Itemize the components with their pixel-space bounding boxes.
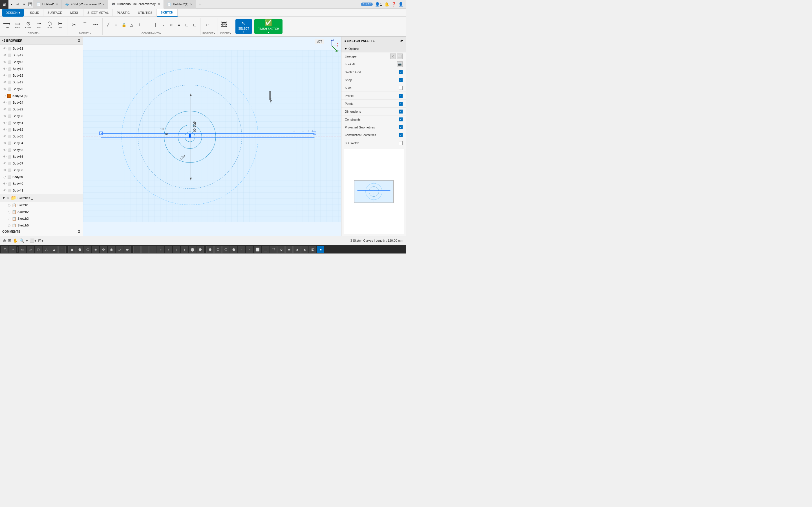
hand-tool-icon[interactable]: ✋: [13, 238, 18, 243]
bt-icon-2[interactable]: ▭: [19, 246, 26, 253]
sketch-item-1[interactable]: ◌ 📋 Sketch1: [0, 202, 83, 209]
browser-item-body29[interactable]: 👁 ⬜ Body29: [0, 106, 83, 113]
visibility-icon[interactable]: ◌: [8, 210, 11, 214]
sp-checkbox-constraints[interactable]: ✓: [399, 117, 403, 121]
browser-item-body37[interactable]: 👁 ⬜ Body37: [0, 160, 83, 167]
visibility-icon[interactable]: 👁: [3, 80, 6, 84]
bt-icon-29[interactable]: ⬞: [238, 246, 245, 253]
sp-linetype-icon1[interactable]: ◁: [390, 54, 396, 59]
bt-icon-21[interactable]: ⬦: [173, 246, 180, 253]
tool-perpendicular[interactable]: ⊥: [136, 21, 143, 29]
browser-item-body19[interactable]: 👁 ⬜ Body19: [0, 79, 83, 86]
bt-icon-14[interactable]: ⬭: [116, 246, 123, 253]
browser-item-body20[interactable]: 👁 ⬜ Body20: [0, 86, 83, 93]
visibility-icon[interactable]: 👁: [3, 74, 6, 77]
tool-curvature[interactable]: ⊂: [167, 21, 175, 29]
bt-icon-6[interactable]: ▲: [50, 246, 58, 253]
bt-icon-38[interactable]: ⬕: [309, 246, 316, 253]
bt-icon-37[interactable]: ⬖: [301, 246, 308, 253]
tool-rectangle[interactable]: ▭Rect: [12, 18, 22, 31]
sp-checkbox-snap[interactable]: ✓: [399, 78, 403, 82]
tool-coincident[interactable]: ╱: [104, 21, 112, 29]
visibility-icon[interactable]: 👁: [3, 142, 6, 145]
bt-icon-25[interactable]: ⬢: [206, 246, 214, 253]
visibility-icon[interactable]: 👁: [3, 60, 6, 64]
browser-item-body40[interactable]: 👁 ⬜ Body40: [0, 180, 83, 187]
browser-item-body38[interactable]: 👁 ⬜ Body38: [0, 167, 83, 173]
bt-icon-18[interactable]: ⬩: [149, 246, 156, 253]
bt-icon-4[interactable]: ⬡: [35, 246, 42, 253]
sketch-item-3[interactable]: ◌ 📋 Sketch3: [0, 215, 83, 222]
tool-vertical[interactable]: |: [152, 21, 159, 29]
bt-icon-16[interactable]: ⬫: [133, 246, 141, 253]
tab-sketch[interactable]: SKETCH: [157, 9, 177, 17]
visibility-partial-icon[interactable]: ◌: [3, 94, 6, 98]
app-menu-icon[interactable]: ⊞: [0, 0, 8, 9]
browser-item-body35[interactable]: 👁 ⬜ Body35: [0, 147, 83, 153]
browser-expand-icon[interactable]: ⊡: [78, 39, 81, 43]
sp-checkbox-projected-geom[interactable]: ✓: [399, 125, 403, 129]
bt-icon-0[interactable]: ◱: [1, 246, 8, 253]
bt-icon-33[interactable]: ⬚: [269, 246, 277, 253]
sp-collapse-icon[interactable]: ●: [344, 39, 346, 43]
sp-expand-icon[interactable]: ≫: [400, 39, 403, 43]
sketch-item-2[interactable]: ◌ 📋 Sketch2: [0, 209, 83, 215]
tool-parallel[interactable]: △: [128, 21, 135, 29]
tab-ninbendo[interactable]: 🎮 Ninbendo Swi...*recovered)* ✕: [108, 0, 164, 9]
tool-measure[interactable]: ↔: [202, 18, 212, 31]
tab-solid[interactable]: SOLID: [26, 9, 43, 17]
browser-item-body23[interactable]: ◌ Body23 (3): [0, 93, 83, 99]
browser-item-body41[interactable]: 👁 ⬜ Body41: [0, 187, 83, 194]
tool-trim[interactable]: ✂: [69, 18, 79, 31]
browser-item-body24[interactable]: 👁 ⬜ Body24: [0, 99, 83, 106]
save-icon[interactable]: 💾: [27, 0, 33, 9]
view-options-icon[interactable]: ▾: [26, 238, 28, 243]
visibility-icon[interactable]: 👁: [3, 155, 6, 158]
tool-horizontal[interactable]: —: [144, 21, 151, 29]
tool-extend[interactable]: ⌒: [80, 18, 90, 31]
browser-item-body34[interactable]: 👁 ⬜ Body34: [0, 140, 83, 147]
bt-icon-34[interactable]: ⬙: [277, 246, 285, 253]
visibility-icon[interactable]: 👁: [3, 101, 6, 104]
bt-icon-27[interactable]: ⬠: [222, 246, 230, 253]
tool-line[interactable]: ⟶Line: [2, 18, 12, 31]
visibility-partial-icon2[interactable]: ◌: [3, 175, 6, 179]
grid-icon[interactable]: ⊞: [8, 238, 11, 243]
tool-collinear[interactable]: =: [112, 21, 119, 29]
visibility-icon[interactable]: 👁: [3, 87, 6, 91]
browser-item-body13[interactable]: 👁 ⬜ Body13: [0, 59, 83, 65]
finish-sketch-button[interactable]: ✅ FINISH SKETCH ▾: [254, 19, 283, 34]
visibility-icon[interactable]: 👁: [3, 67, 6, 70]
tool-tangent[interactable]: ⌣: [160, 21, 167, 29]
visibility-icon[interactable]: 👁: [3, 54, 6, 57]
visibility-icon[interactable]: 👁: [3, 128, 6, 131]
bt-icon-22[interactable]: ⬥: [181, 246, 188, 253]
visibility-icon[interactable]: 👁: [6, 196, 10, 200]
tab-sheet-metal[interactable]: SHEET METAL: [84, 9, 113, 17]
tab-fish-close-icon[interactable]: ✕: [102, 3, 105, 6]
sp-checkbox-slice[interactable]: [399, 86, 403, 90]
bt-icon-20[interactable]: ⬧: [165, 246, 172, 253]
browser-item-body39[interactable]: ◌ ⬜ Body39: [0, 173, 83, 180]
visibility-icon[interactable]: 👁: [3, 135, 6, 138]
visibility-icon[interactable]: ◌: [8, 203, 11, 207]
bt-icon-15[interactable]: ⬬: [123, 246, 131, 253]
notification-icon[interactable]: 🔔: [384, 2, 389, 6]
bt-icon-24[interactable]: ⬣: [197, 246, 204, 253]
sketch-item-5[interactable]: ◌ 📋 Sketch5: [0, 222, 83, 227]
sp-checkbox-sketchgrid[interactable]: ✓: [399, 70, 403, 74]
bt-icon-5[interactable]: △: [43, 246, 50, 253]
tool-lock[interactable]: 🔒: [120, 21, 128, 29]
bt-icon-9[interactable]: ⬟: [76, 246, 84, 253]
tab-ninbendo-close-icon[interactable]: ✕: [158, 3, 160, 6]
design-button[interactable]: DESIGN ▾: [2, 9, 24, 17]
bt-icon-12[interactable]: ⊙: [100, 246, 107, 253]
bt-icon-30[interactable]: ⬝: [246, 246, 253, 253]
tool-polygon[interactable]: ⬡Poly: [45, 18, 55, 31]
browser-item-body14[interactable]: 👁 ⬜ Body14: [0, 65, 83, 72]
tab-utilities[interactable]: UTILITIES: [134, 9, 156, 17]
sp-options-header[interactable]: ▼ Options: [342, 45, 406, 52]
undo-icon[interactable]: ↩: [15, 0, 21, 9]
bt-icon-23[interactable]: ⬤: [189, 246, 196, 253]
tool-circle[interactable]: ⊙Circle: [23, 18, 33, 31]
